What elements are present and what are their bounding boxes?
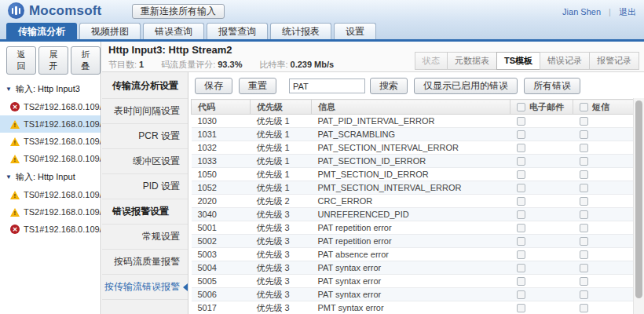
tree-item[interactable]: ✕TS1#192.168.0.109/Str... <box>0 221 101 238</box>
view-tab-0[interactable]: 状态 <box>415 52 448 70</box>
sms-checkbox[interactable] <box>580 304 588 312</box>
tree-item[interactable]: ✕TS2#192.168.0.109/Str... <box>0 98 101 115</box>
email-checkbox[interactable] <box>517 117 525 126</box>
tree-group-header[interactable]: ▼输入: Http Input <box>0 167 101 186</box>
cell-sms <box>573 208 634 221</box>
search-input[interactable] <box>289 78 365 93</box>
cell-priority: 优先级 3 <box>251 208 312 221</box>
stat-label: 码流质量评分: <box>161 60 215 69</box>
view-tab-2[interactable]: TS模板 <box>496 52 540 70</box>
email-checkbox[interactable] <box>517 277 525 286</box>
search-button[interactable]: 搜索 <box>370 78 408 94</box>
stat-value: 1 <box>139 60 144 69</box>
main-tab-1[interactable]: 视频拼图 <box>79 23 141 39</box>
sms-checkbox[interactable] <box>580 210 588 219</box>
main-tab-2[interactable]: 错误查询 <box>143 23 204 39</box>
reset-button[interactable]: 重置 <box>239 78 276 94</box>
collapse-button[interactable]: 折叠 <box>71 46 101 75</box>
all-errors-button[interactable]: 所有错误 <box>524 78 580 94</box>
column-header-sms: 短信 <box>573 100 634 115</box>
settings-nav-item[interactable]: PID 设置 <box>102 174 188 199</box>
cell-sms <box>573 181 634 195</box>
save-button[interactable]: 保存 <box>195 78 232 94</box>
email-checkbox[interactable] <box>517 157 525 166</box>
sms-checkbox[interactable] <box>580 290 588 299</box>
enabled-errors-only-button[interactable]: 仅显示已启用的错误 <box>414 78 518 94</box>
sms-checkbox[interactable] <box>580 117 588 126</box>
stream-stat: 码流质量评分:93.3% <box>161 59 242 71</box>
sms-checkbox[interactable] <box>580 144 588 152</box>
tree-item[interactable]: TS0#192.168.0.109/Str... <box>0 150 101 167</box>
tree-item-label: TS0#192.168.0.109/Str... <box>24 154 101 163</box>
email-checkbox[interactable] <box>517 224 525 232</box>
settings-nav-item[interactable]: 表时间间隔设置 <box>102 99 188 124</box>
tree-item[interactable]: TS2#192.168.0.109/Str... <box>0 203 101 221</box>
sms-checkbox[interactable] <box>580 237 588 246</box>
main-tab-5[interactable]: 设置 <box>334 23 376 39</box>
mocomsoft-logo-icon <box>8 2 24 19</box>
tree-item[interactable]: TS1#192.168.0.109/Str... <box>0 115 101 133</box>
tree-item-label: TS1#192.168.0.109/Str... <box>24 119 101 129</box>
app-header: Mocomsoft 重新连接所有输入 Jian Shen | 退出 <box>0 0 644 22</box>
email-checkbox[interactable] <box>517 130 525 139</box>
cell-code: 1030 <box>192 115 251 128</box>
cell-email <box>510 115 573 128</box>
column-header-code[interactable]: 代码 <box>192 100 251 115</box>
main-tab-4[interactable]: 统计报表 <box>270 23 331 39</box>
settings-nav-item[interactable]: 常规设置 <box>102 225 188 250</box>
email-checkbox[interactable] <box>517 290 525 299</box>
expand-button[interactable]: 展开 <box>38 46 68 75</box>
view-tab-4[interactable]: 报警记录 <box>589 52 639 70</box>
email-checkbox[interactable] <box>517 250 525 259</box>
email-checkbox[interactable] <box>517 184 525 192</box>
sms-select-all-checkbox[interactable] <box>580 103 588 111</box>
table-scrollbar-track[interactable] <box>633 98 644 314</box>
sms-checkbox[interactable] <box>580 170 588 179</box>
email-checkbox[interactable] <box>517 210 525 219</box>
user-name-link[interactable]: Jian Shen <box>562 7 601 16</box>
cell-code: 1052 <box>192 181 251 195</box>
tree-item-label: TS2#192.168.0.109/Str... <box>24 102 101 111</box>
sms-checkbox[interactable] <box>580 250 588 259</box>
table-scrollbar-thumb[interactable] <box>635 100 642 298</box>
reconnect-all-inputs-button[interactable]: 重新连接所有输入 <box>132 4 225 19</box>
email-checkbox[interactable] <box>517 264 525 272</box>
main-tab-0[interactable]: 传输流分析 <box>6 23 77 39</box>
tree-item[interactable]: TS0#192.168.0.109/Str... <box>0 186 101 203</box>
column-header-priority[interactable]: 优先级 <box>251 100 312 115</box>
settings-nav-item[interactable]: 按传输流错误报警 <box>102 275 188 300</box>
cell-sms <box>573 301 634 314</box>
sms-checkbox[interactable] <box>580 264 588 272</box>
error-template-panel: 保存 重置 搜索 仅显示已启用的错误 所有错误 代码 优先级 信息 电子邮件 短… <box>188 72 644 314</box>
cell-code: 1031 <box>192 128 251 141</box>
tree-item-label: TS0#192.168.0.109/Str... <box>24 190 101 199</box>
settings-nav-item[interactable]: PCR 设置 <box>102 124 188 149</box>
view-tab-3[interactable]: 错误记录 <box>540 52 590 70</box>
tree-group-header[interactable]: ▼输入: Http Input3 <box>0 79 101 98</box>
email-checkbox[interactable] <box>517 197 525 206</box>
cell-sms <box>573 275 634 288</box>
stream-stat: 节目数:1 <box>108 59 144 71</box>
settings-nav-item[interactable]: 缓冲区设置 <box>102 149 188 174</box>
error-code-table: 代码 优先级 信息 电子邮件 短信 1030优先级 1PAT_PID_INTER… <box>191 99 634 314</box>
brand-name: Mocomsoft <box>29 3 101 19</box>
email-checkbox[interactable] <box>517 304 525 312</box>
email-checkbox[interactable] <box>517 237 525 246</box>
back-button[interactable]: 返回 <box>6 46 36 75</box>
settings-nav-item[interactable]: 按码流质量报警 <box>102 250 188 275</box>
email-checkbox[interactable] <box>517 170 525 179</box>
cell-priority: 优先级 1 <box>251 128 312 141</box>
sms-checkbox[interactable] <box>580 224 588 232</box>
sms-checkbox[interactable] <box>580 277 588 286</box>
sms-checkbox[interactable] <box>580 157 588 166</box>
email-select-all-checkbox[interactable] <box>517 103 525 111</box>
logout-link[interactable]: 退出 <box>619 7 636 16</box>
sms-checkbox[interactable] <box>580 197 588 206</box>
column-header-message[interactable]: 信息 <box>312 100 510 115</box>
sms-checkbox[interactable] <box>580 184 588 192</box>
sms-checkbox[interactable] <box>580 130 588 139</box>
tree-item[interactable]: TS3#192.168.0.109/Str... <box>0 133 101 150</box>
view-tab-1[interactable]: 元数据表 <box>447 52 497 70</box>
main-tab-3[interactable]: 报警查询 <box>207 23 268 39</box>
email-checkbox[interactable] <box>517 144 525 152</box>
